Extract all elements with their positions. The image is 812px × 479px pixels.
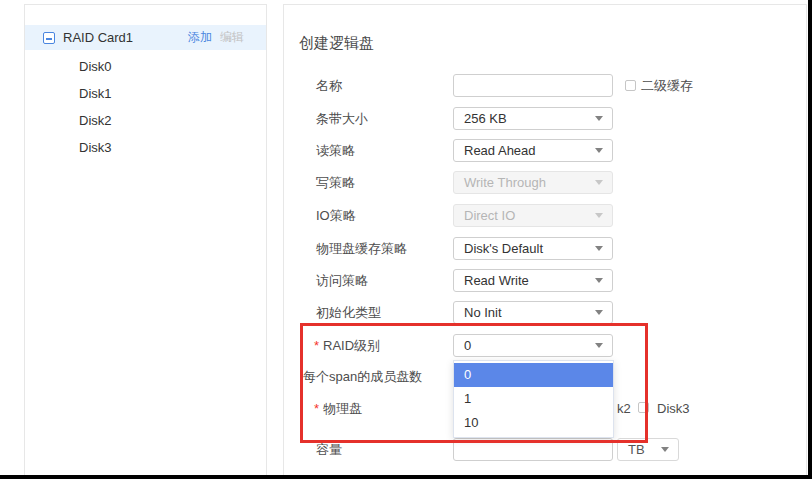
- disk3-checkbox[interactable]: [638, 402, 649, 413]
- capacity-unit-value: TB: [628, 439, 645, 460]
- io-policy-select: Direct IO: [453, 204, 613, 227]
- caret-down-icon: [595, 213, 603, 218]
- read-policy-value: Read Ahead: [464, 140, 536, 161]
- span-members-label: 每个span的成员盘数: [303, 365, 422, 388]
- caret-down-icon: [595, 246, 603, 251]
- edit-link[interactable]: 编辑: [220, 29, 244, 46]
- io-policy-value: Direct IO: [464, 205, 515, 226]
- disk-cache-policy-select[interactable]: Disk's Default: [453, 237, 613, 260]
- sidebar-item-disk2[interactable]: Disk2: [25, 107, 266, 134]
- init-type-label: 初始化类型: [316, 301, 381, 324]
- stripe-size-value: 256 KB: [464, 108, 507, 129]
- required-star: *: [314, 338, 319, 353]
- capacity-unit-select[interactable]: TB: [617, 438, 679, 461]
- page-title: 创建逻辑盘: [299, 34, 374, 53]
- caret-down-icon: [661, 447, 669, 452]
- required-star: *: [314, 401, 319, 416]
- name-label: 名称: [316, 74, 342, 97]
- secondary-cache-label: 二级缓存: [641, 74, 693, 97]
- disk3-label: Disk3: [657, 397, 690, 420]
- access-policy-select[interactable]: Read Write: [453, 269, 613, 292]
- raid-level-dropdown: 0 1 10: [453, 360, 614, 438]
- capacity-label: 容量: [316, 438, 342, 461]
- read-policy-label: 读策略: [316, 139, 355, 162]
- app-screen: RAID Card1 添加 编辑 Disk0 Disk1 Disk2 Disk3…: [0, 0, 812, 479]
- sidebar-item-disk0[interactable]: Disk0: [25, 53, 266, 80]
- disk2-label-fragment: k2: [617, 397, 631, 420]
- raid-level-label: *RAID级别: [314, 334, 380, 357]
- tree-actions: 添加 编辑: [188, 29, 244, 46]
- init-type-value: No Init: [464, 302, 502, 323]
- raid-level-value: 0: [464, 335, 471, 356]
- read-policy-select[interactable]: Read Ahead: [453, 139, 613, 162]
- caret-down-icon: [595, 343, 603, 348]
- name-input[interactable]: [453, 74, 613, 97]
- tree-root-label: RAID Card1: [63, 30, 133, 45]
- main-panel: 创建逻辑盘 名称 二级缓存 条带大小 256 KB 读策略 Read Ahead…: [283, 4, 807, 479]
- io-policy-label: IO策略: [316, 204, 356, 227]
- caret-down-icon: [595, 148, 603, 153]
- init-type-select[interactable]: No Init: [453, 301, 613, 324]
- raid-level-option-0[interactable]: 0: [454, 363, 613, 387]
- sidebar-panel: RAID Card1 添加 编辑 Disk0 Disk1 Disk2 Disk3: [24, 4, 267, 479]
- collapse-minus-icon[interactable]: [43, 32, 55, 44]
- window-edge-bottom: [0, 475, 812, 479]
- write-policy-select: Write Through: [453, 171, 613, 194]
- access-policy-value: Read Write: [464, 270, 529, 291]
- stripe-size-select[interactable]: 256 KB: [453, 107, 613, 130]
- stripe-size-label: 条带大小: [316, 107, 368, 130]
- access-policy-label: 访问策略: [316, 269, 368, 292]
- tree-root-row[interactable]: RAID Card1 添加 编辑: [25, 25, 266, 50]
- caret-down-icon: [595, 278, 603, 283]
- caret-down-icon: [595, 180, 603, 185]
- disk-list: Disk0 Disk1 Disk2 Disk3: [25, 53, 266, 161]
- raid-level-select[interactable]: 0: [453, 334, 613, 357]
- write-policy-value: Write Through: [464, 172, 546, 193]
- caret-down-icon: [595, 310, 603, 315]
- disk-cache-policy-value: Disk's Default: [464, 238, 543, 259]
- window-edge-right: [808, 0, 812, 479]
- sidebar-item-disk3[interactable]: Disk3: [25, 134, 266, 161]
- add-link[interactable]: 添加: [188, 29, 212, 46]
- raid-level-option-1[interactable]: 1: [454, 387, 613, 411]
- raid-level-option-10[interactable]: 10: [454, 411, 613, 435]
- physical-disks-label: *物理盘: [314, 397, 362, 420]
- secondary-cache-checkbox[interactable]: [625, 80, 636, 91]
- caret-down-icon: [595, 116, 603, 121]
- disk-cache-policy-label: 物理盘缓存策略: [316, 237, 407, 260]
- sidebar-item-disk1[interactable]: Disk1: [25, 80, 266, 107]
- write-policy-label: 写策略: [316, 171, 355, 194]
- capacity-input[interactable]: [453, 438, 613, 461]
